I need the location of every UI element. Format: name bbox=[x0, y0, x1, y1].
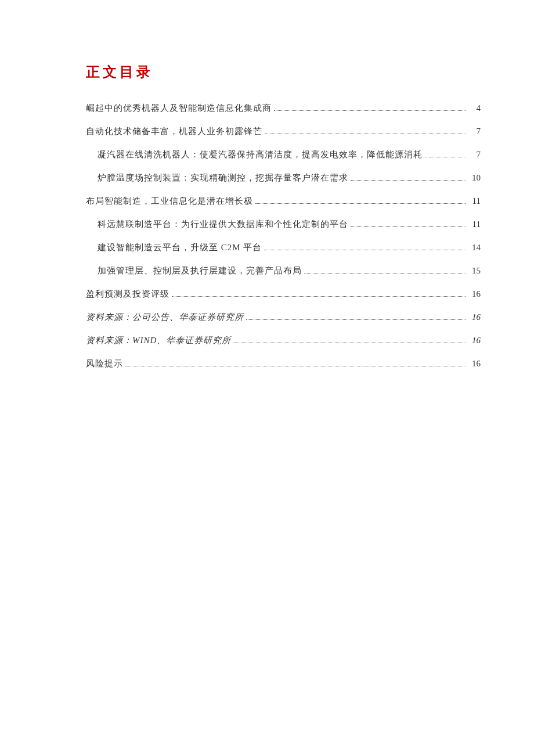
toc-entry[interactable]: 布局智能制造，工业信息化是潜在增长极11 bbox=[86, 194, 481, 208]
toc-leader-dots bbox=[246, 312, 466, 320]
toc-entry-text: 资料来源：公司公告、华泰证券研究所 bbox=[86, 310, 244, 324]
toc-entry-text: 建设智能制造云平台，升级至 C2M 平台 bbox=[98, 240, 262, 254]
toc-leader-dots bbox=[255, 196, 466, 204]
toc-entry[interactable]: 崛起中的优秀机器人及智能制造信息化集成商4 bbox=[86, 101, 481, 115]
toc-entry-page: 14 bbox=[468, 240, 481, 254]
toc-entry-page: 7 bbox=[468, 124, 481, 138]
toc-leader-dots bbox=[233, 336, 466, 343]
document-page: 正文目录 崛起中的优秀机器人及智能制造信息化集成商4自动化技术储备丰富，机器人业… bbox=[0, 0, 534, 756]
toc-leader-dots bbox=[264, 243, 466, 250]
toc-entry-page: 11 bbox=[468, 217, 481, 231]
toc-leader-dots bbox=[172, 289, 466, 297]
toc-entry-text: 炉膛温度场控制装置：实现精确测控，挖掘存量客户潜在需求 bbox=[98, 171, 348, 185]
toc-leader-dots bbox=[265, 127, 466, 134]
toc-entry[interactable]: 建设智能制造云平台，升级至 C2M 平台14 bbox=[86, 240, 481, 254]
toc-entry-page: 16 bbox=[468, 287, 481, 301]
toc-entry-text: 科远慧联制造平台：为行业提供大数据库和个性化定制的平台 bbox=[98, 217, 348, 231]
toc-entry-page: 4 bbox=[468, 101, 481, 115]
toc-leader-dots bbox=[425, 150, 466, 157]
toc-entry-page: 16 bbox=[468, 310, 481, 324]
toc-entry-page: 16 bbox=[468, 333, 481, 347]
toc-title: 正文目录 bbox=[86, 63, 481, 81]
toc-entry[interactable]: 炉膛温度场控制装置：实现精确测控，挖掘存量客户潜在需求10 bbox=[86, 171, 481, 185]
toc-entry-text: 凝汽器在线清洗机器人：使凝汽器保持高清洁度，提高发电效率，降低能源消耗 bbox=[98, 147, 423, 161]
toc-entry[interactable]: 自动化技术储备丰富，机器人业务初露锋芒7 bbox=[86, 124, 481, 138]
toc-leader-dots bbox=[125, 359, 466, 366]
toc-entry[interactable]: 加强管理层、控制层及执行层建设，完善产品布局15 bbox=[86, 264, 481, 278]
toc-entry-page: 16 bbox=[468, 357, 481, 370]
toc-entry-text: 加强管理层、控制层及执行层建设，完善产品布局 bbox=[98, 264, 302, 278]
toc-entry[interactable]: 风险提示16 bbox=[86, 357, 481, 370]
toc-entry[interactable]: 凝汽器在线清洗机器人：使凝汽器保持高清洁度，提高发电效率，降低能源消耗7 bbox=[86, 147, 481, 161]
toc-entry[interactable]: 资料来源：WIND、华泰证券研究所16 bbox=[86, 333, 481, 347]
toc-leader-dots bbox=[351, 219, 466, 227]
toc-entry-page: 15 bbox=[468, 264, 481, 278]
toc-entry-page: 11 bbox=[468, 194, 481, 208]
toc-entry[interactable]: 盈利预测及投资评级16 bbox=[86, 287, 481, 301]
toc-leader-dots bbox=[351, 173, 466, 181]
toc-list: 崛起中的优秀机器人及智能制造信息化集成商4自动化技术储备丰富，机器人业务初露锋芒… bbox=[86, 101, 481, 370]
toc-entry-text: 布局智能制造，工业信息化是潜在增长极 bbox=[86, 194, 253, 208]
toc-entry-page: 7 bbox=[468, 147, 481, 161]
toc-leader-dots bbox=[304, 266, 466, 273]
toc-entry-text: 资料来源：WIND、华泰证券研究所 bbox=[86, 333, 231, 347]
toc-entry-text: 自动化技术储备丰富，机器人业务初露锋芒 bbox=[86, 124, 262, 138]
toc-entry-text: 风险提示 bbox=[86, 357, 123, 370]
toc-entry-page: 10 bbox=[468, 171, 481, 185]
toc-entry[interactable]: 科远慧联制造平台：为行业提供大数据库和个性化定制的平台11 bbox=[86, 217, 481, 231]
toc-entry-text: 崛起中的优秀机器人及智能制造信息化集成商 bbox=[86, 101, 272, 115]
toc-entry[interactable]: 资料来源：公司公告、华泰证券研究所16 bbox=[86, 310, 481, 324]
toc-entry-text: 盈利预测及投资评级 bbox=[86, 287, 169, 301]
toc-leader-dots bbox=[274, 103, 466, 111]
